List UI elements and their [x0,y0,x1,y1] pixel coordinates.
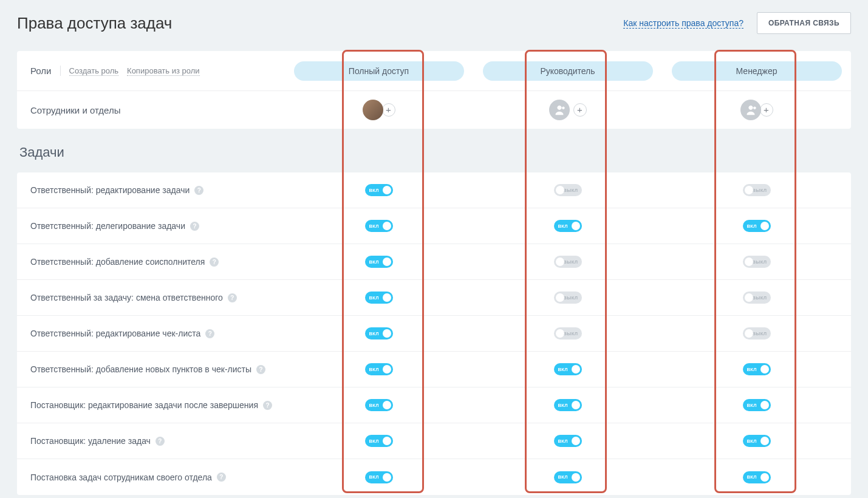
help-icon[interactable]: ? [228,293,237,302]
permission-row: Ответственный: редактирование чек-листа?… [17,316,851,352]
permission-label: Ответственный: делегирование задачи? [17,221,284,231]
permission-toggle[interactable]: ВКЛ [365,220,393,232]
permission-label: Ответственный: добавление новых пунктов … [17,364,284,374]
permission-label: Ответственный: редактирование чек-листа? [17,329,284,338]
help-icon[interactable]: ? [256,365,265,374]
permission-toggle[interactable]: ВКЛ [743,363,771,375]
permission-toggle[interactable]: ВКЛ [743,435,771,447]
permission-row: Ответственный: редактирование задачи?ВКЛ… [17,172,851,208]
permission-row: Постановщик: редактирование задачи после… [17,387,851,423]
permission-label: Ответственный: добавление соисполнителя? [17,257,284,267]
permission-toggle[interactable]: ВКЛ [554,471,582,483]
help-icon[interactable]: ? [205,329,214,338]
help-icon[interactable]: ? [217,472,226,482]
group-avatar-icon [549,100,570,120]
help-icon[interactable]: ? [190,222,199,231]
permission-label: Ответственный: редактирование задачи? [17,185,284,195]
permission-label: Ответственный за задачу: смена ответстве… [17,293,284,302]
permission-toggle[interactable]: ВКЛ [365,363,393,375]
permission-toggle[interactable]: ВКЛ [743,399,771,411]
permission-row: Постановщик: удаление задач?ВКЛВКЛВКЛ [17,423,851,459]
permission-row: Ответственный: делегирование задачи?ВКЛВ… [17,208,851,244]
permission-toggle[interactable]: ВЫКЛ [554,292,582,304]
permission-toggle[interactable]: ВКЛ [554,435,582,447]
roles-panel: Роли Создать роль Копировать из роли Пол… [17,51,851,129]
roles-label: Роли [30,66,61,76]
permission-toggle[interactable]: ВКЛ [365,471,393,483]
permission-toggle[interactable]: ВЫКЛ [554,184,582,196]
permission-row: Ответственный: добавление соисполнителя?… [17,244,851,280]
add-employee-button[interactable]: + [760,103,773,117]
page-title: Права доступа задач [17,14,172,33]
permission-toggle[interactable]: ВЫКЛ [554,327,582,339]
permission-toggle[interactable]: ВЫКЛ [743,327,771,339]
permission-toggle[interactable]: ВКЛ [743,471,771,483]
feedback-button[interactable]: ОБРАТНАЯ СВЯЗЬ [757,12,851,34]
create-role-link[interactable]: Создать роль [69,66,119,76]
help-link[interactable]: Как настроить права доступа? [623,18,743,29]
top-bar: Права доступа задач Как настроить права … [17,12,851,34]
permission-row: Ответственный: добавление новых пунктов … [17,352,851,387]
permission-row: Ответственный за задачу: смена ответстве… [17,280,851,316]
help-icon[interactable]: ? [210,258,219,267]
permission-toggle[interactable]: ВКЛ [365,256,393,268]
permission-label: Постановщик: удаление задач? [17,436,284,446]
permission-toggle[interactable]: ВКЛ [365,292,393,304]
employees-label: Сотрудники и отделы [17,105,284,115]
permission-toggle[interactable]: ВКЛ [365,184,393,196]
permission-toggle[interactable]: ВКЛ [365,399,393,411]
permission-toggle[interactable]: ВЫКЛ [743,256,771,268]
permission-toggle[interactable]: ВЫКЛ [743,292,771,304]
help-icon[interactable]: ? [263,401,272,410]
role-column-manager[interactable]: Менеджер [672,61,842,81]
permission-label: Постановщик: редактирование задачи после… [17,400,284,410]
help-icon[interactable]: ? [155,437,165,446]
add-employee-button[interactable]: + [573,103,587,117]
permission-toggle[interactable]: ВКЛ [365,327,393,339]
section-title-tasks: Задачи [17,129,851,172]
permission-toggle[interactable]: ВЫКЛ [554,256,582,268]
role-column-supervisor[interactable]: Руководитель [483,61,653,81]
permission-row: Постановка задач сотрудникам своего отде… [17,459,851,495]
permission-toggle[interactable]: ВКЛ [365,435,393,447]
permission-toggle[interactable]: ВЫКЛ [743,184,771,196]
help-icon[interactable]: ? [194,186,203,195]
permissions-panel: Ответственный: редактирование задачи?ВКЛ… [17,172,851,495]
add-employee-button[interactable]: + [382,103,395,117]
permission-toggle[interactable]: ВКЛ [554,399,582,411]
permission-toggle[interactable]: ВКЛ [743,220,771,232]
copy-from-role-link[interactable]: Копировать из роли [127,66,199,76]
permission-label: Постановка задач сотрудникам своего отде… [17,472,284,482]
role-column-full-access[interactable]: Полный доступ [294,61,464,81]
user-avatar-icon[interactable] [363,100,383,120]
permission-toggle[interactable]: ВКЛ [554,220,582,232]
group-avatar-icon [740,100,761,120]
permission-toggle[interactable]: ВКЛ [554,363,582,375]
